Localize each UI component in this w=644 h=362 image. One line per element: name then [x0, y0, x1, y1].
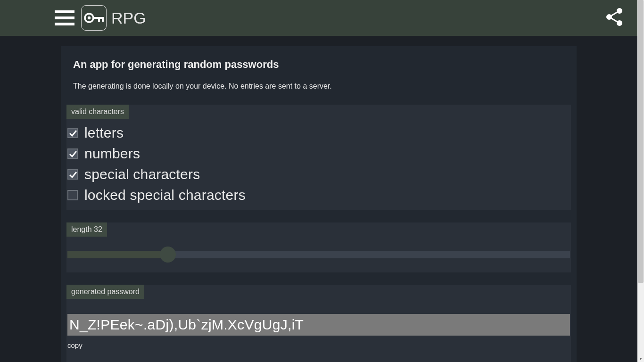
length-panel: length 32 [66, 222, 571, 272]
slider-fill [67, 251, 168, 258]
scrollbar-thumb[interactable] [638, 0, 644, 283]
output-label: generated password [66, 285, 144, 299]
option-row-locked-special: locked special characters [66, 185, 571, 206]
option-row-special: special characters [66, 164, 571, 185]
checkbox-numbers[interactable] [67, 148, 78, 159]
svg-point-4 [88, 16, 91, 19]
valid-characters-label: valid characters [66, 105, 129, 119]
svg-point-12 [617, 20, 622, 26]
copy-button[interactable]: copy [67, 341, 83, 349]
menu-button[interactable] [55, 9, 74, 26]
page-subtext: The generating is done locally on your d… [73, 82, 564, 90]
svg-point-10 [617, 8, 622, 14]
option-label: numbers [84, 146, 140, 162]
option-row-numbers: numbers [66, 143, 571, 164]
checkbox-letters[interactable] [67, 128, 78, 138]
checkbox-special[interactable] [67, 169, 78, 180]
svg-point-11 [606, 14, 612, 20]
hamburger-icon [55, 9, 74, 26]
svg-rect-1 [55, 16, 74, 19]
svg-rect-2 [55, 23, 74, 25]
option-row-letters: letters [66, 123, 571, 143]
option-label: locked special characters [84, 187, 246, 203]
length-slider[interactable] [67, 251, 570, 258]
main-card: An app for generating random passwords T… [61, 46, 577, 362]
app-header: RPG [0, 0, 637, 36]
share-icon [605, 7, 623, 27]
slider-thumb[interactable] [160, 247, 176, 263]
svg-rect-6 [98, 17, 100, 22]
checkbox-locked-special[interactable] [67, 190, 78, 200]
svg-rect-7 [102, 17, 104, 22]
key-icon [84, 11, 104, 25]
valid-characters-panel: valid characters letters numbers special… [66, 105, 571, 210]
app-title: RPG [111, 9, 146, 27]
option-label: special characters [84, 166, 200, 182]
share-button[interactable] [605, 7, 623, 29]
svg-rect-0 [55, 10, 74, 13]
generated-password[interactable]: N_Z!PEek~.aDj),Ub`zjM.XcVgUgJ,iT [67, 314, 570, 336]
app-logo [81, 5, 107, 31]
scrollbar-down-icon[interactable]: ▼ [637, 355, 644, 362]
output-panel: generated password N_Z!PEek~.aDj),Ub`zjM… [66, 285, 571, 362]
length-label: length 32 [66, 222, 107, 237]
option-label: letters [84, 125, 124, 141]
scrollbar[interactable]: ▼ [637, 0, 644, 362]
page-heading: An app for generating random passwords [73, 58, 564, 71]
